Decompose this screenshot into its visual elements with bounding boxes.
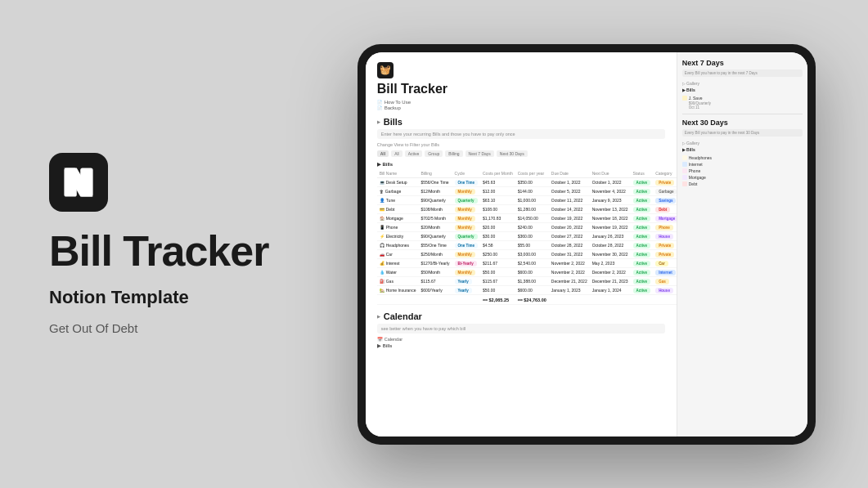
col-cpm: Costs per Month — [480, 169, 515, 178]
view-tabs: All All Active Group Billing Next 7 Days… — [377, 150, 665, 157]
panel-divider-1 — [682, 114, 803, 114]
panel-30days-gallery-label: ▷ Gallery — [682, 141, 803, 146]
filter-text: Change View to Filter your Bills — [377, 142, 665, 147]
col-cpy: Costs per year — [515, 169, 549, 178]
col-status: Status — [631, 169, 654, 178]
nav-link-1[interactable]: How To Use — [377, 100, 665, 105]
table-row: ⚡ Electricity $90/Quarterly Quarterly $3… — [377, 231, 677, 240]
panel-7days-item-1: J. Save — [682, 95, 803, 101]
left-panel: Bill Tracker Notion Template Get Out Of … — [49, 153, 353, 334]
main-container: Bill Tracker Notion Template Get Out Of … — [0, 0, 868, 488]
panel-30days-item-1: Headphones — [682, 154, 803, 161]
table-row: 💰 Interest $1270/Bi-Yearly Bi-Yearly $21… — [377, 258, 677, 267]
col-due: Due Date — [549, 169, 590, 178]
table-row: 💳 Debt $108/Month Monthly $108.00 $1,280… — [377, 204, 677, 213]
page-icon: 🧺 — [377, 62, 394, 78]
app-tagline: Get Out Of Debt — [49, 321, 137, 335]
tab-all2[interactable]: All — [391, 150, 403, 157]
page-title: Bill Tracker — [377, 82, 665, 96]
panel-7days-desc: Every Bill you have to pay in the next 7… — [682, 69, 803, 77]
tab-all[interactable]: All — [377, 150, 389, 157]
panel-30days-item-5: Debt — [682, 181, 803, 187]
nav-link-2[interactable]: Backup — [377, 105, 665, 110]
device-mockup: 🧺 Bill Tracker How To Use Backup Bills E… — [358, 44, 816, 445]
panel-7days-item-1-date: Oct 11 — [682, 105, 803, 110]
panel-30days-item-3: Phone — [682, 168, 803, 174]
col-name: Bill Name — [377, 169, 419, 178]
panel-30days-item-2: Internet — [682, 161, 803, 168]
table-row: 🏡 Home Insurance $600/Yearly Yearly $50.… — [377, 285, 677, 294]
col-billing: Billing — [418, 169, 452, 178]
nav-links: How To Use Backup — [377, 100, 665, 110]
bills-section-title: Bills — [377, 117, 665, 127]
calendar-title: Calendar — [377, 311, 665, 321]
tab-7days[interactable]: Next 7 Days — [465, 150, 494, 157]
calendar-section: Calendar see better when you have to pay… — [377, 311, 665, 348]
total-cpm: ≈≈ $2,065.25 — [480, 294, 515, 304]
app-title: Bill Tracker — [49, 228, 268, 275]
tab-billing[interactable]: Billing — [445, 150, 462, 157]
calendar-item: 📅 Calendar — [377, 337, 665, 342]
panel-7days-bills-label: ▶ Bills — [682, 87, 803, 92]
tab-30days[interactable]: Next 30 Days — [497, 150, 528, 157]
right-side-panel: Next 7 Days Every Bill you have to pay i… — [677, 52, 807, 437]
device-wrapper: 🧺 Bill Tracker How To Use Backup Bills E… — [353, 32, 819, 457]
col-next: Next Due — [590, 169, 631, 178]
table-row: 📱 Phone $20/Month Monthly $20.00 $240.00… — [377, 222, 677, 231]
page-icon-emoji: 🧺 — [380, 65, 391, 75]
total-row: ≈≈ $2,065.25 ≈≈ $24,763.00 — [377, 294, 677, 304]
table-row: 🎧 Headphones $55/One Time One Time $4.58… — [377, 240, 677, 249]
table-row: 🚗 Car $250/Month Monthly $250.00 $3,000.… — [377, 249, 677, 258]
table-row: ⛽ Gas $115.67 Yearly $115.67 $1,388.00 D… — [377, 276, 677, 285]
panel-7days-title: Next 7 Days — [682, 59, 803, 67]
device-screen: 🧺 Bill Tracker How To Use Backup Bills E… — [366, 52, 807, 437]
panel-30days-item-4: Mortgage — [682, 174, 803, 181]
total-cpy: ≈≈ $24,763.00 — [515, 294, 549, 304]
col-category: Category — [653, 169, 677, 178]
notion-logo — [49, 153, 108, 212]
app-subtitle: Notion Template — [49, 287, 189, 308]
table-row: 🏠 Mortgage $702/5 Month Monthly $1,170.8… — [377, 213, 677, 222]
tab-group[interactable]: Group — [425, 150, 443, 157]
notion-n-icon — [61, 164, 97, 200]
panel-30days-desc: Every Bill you have to pay in the next 3… — [682, 129, 803, 137]
table-row: 🗑 Garbage $12/Month Monthly $12.00 $144.… — [377, 186, 677, 195]
panel-30days-bills-label: ▶ Bills — [682, 147, 803, 152]
bills-sub-title: ▶ Bills — [377, 161, 665, 167]
notion-page: 🧺 Bill Tracker How To Use Backup Bills E… — [366, 52, 677, 437]
bills-description: Enter here your recurring Bills and thos… — [377, 129, 665, 139]
calendar-desc: see better when you have to pay which bi… — [377, 324, 665, 334]
tab-active[interactable]: Active — [405, 150, 423, 157]
table-row: 👤 Tune $90/Quarterly Quarterly $63.10 $1… — [377, 195, 677, 204]
table-row: 💻 Desk Setup $556/One Time One Time $45.… — [377, 177, 677, 186]
col-cycle: Cycle — [452, 169, 480, 178]
bills-table: Bill Name Billing Cycle Costs per Month … — [377, 169, 677, 305]
bills-calendar-link[interactable]: ▶ Bills — [377, 343, 665, 348]
panel-30days-title: Next 30 Days — [682, 119, 803, 127]
table-row: 💧 Water $50/Month Monthly $50.00 $600.00… — [377, 267, 677, 276]
panel-7days-gallery-label: ▷ Gallery — [682, 81, 803, 86]
